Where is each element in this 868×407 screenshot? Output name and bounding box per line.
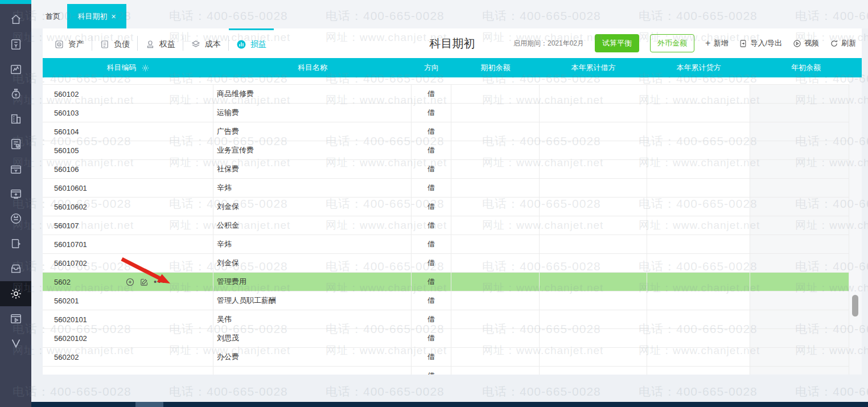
cell-year-begin-balance [750, 85, 849, 104]
cell-ytd-credit [647, 141, 750, 160]
cell-text: 借 [427, 126, 435, 137]
foreign-currency-button[interactable]: 外币金额 [650, 34, 694, 52]
cell-text: 业务宣传费 [217, 145, 254, 155]
row-action-more-icon[interactable]: ••• [154, 280, 166, 283]
sidebar-item-video[interactable] [0, 306, 31, 331]
horizontal-scrollbar-thumb[interactable] [135, 402, 163, 407]
cell-text: 办公费 [217, 352, 239, 362]
column-settings-gear-icon[interactable] [141, 64, 150, 72]
sidebar-item-archive[interactable] [0, 256, 31, 281]
sidebar-item-home[interactable] [0, 7, 31, 32]
table-row[interactable]: 56020102刘思茂借 [43, 329, 849, 348]
cell-text: 560201 [54, 297, 79, 305]
row-actions: ••• [125, 277, 166, 287]
vertical-scrollbar-thumb[interactable] [852, 295, 858, 316]
tab-subject-opening[interactable]: 科目期初 × [67, 4, 126, 28]
cell-year-begin-balance [750, 273, 849, 291]
cell-text: 56010602 [54, 203, 87, 211]
cell-text: 560102 [54, 90, 79, 98]
sidebar-item-invoicing[interactable] [0, 131, 31, 157]
table-row[interactable]: 56010702刘金保借 [43, 254, 849, 273]
cell-text: 管理人员职工薪酬 [217, 295, 276, 306]
subtab-liability[interactable]: 负债 [92, 28, 137, 58]
table-row[interactable]: 560202办公费借 [43, 348, 849, 367]
row-action-add-icon[interactable] [125, 277, 135, 287]
cell-direction: 借 [412, 273, 451, 291]
archive-icon [10, 262, 22, 275]
cell-direction: 借 [412, 198, 451, 216]
table-row[interactable]: 56010601辛炜借 [43, 179, 849, 198]
table-row[interactable]: 借 [43, 367, 849, 375]
table-row-highlighted[interactable]: 5602•••管理费用借 [43, 273, 849, 291]
reports-icon [10, 63, 22, 76]
refresh-icon [830, 39, 838, 48]
vertical-scrollbar[interactable] [849, 77, 862, 375]
cell-year-begin-balance [750, 104, 849, 122]
table-row[interactable]: 56010602刘金保借 [43, 198, 849, 216]
row-action-edit-icon[interactable] [139, 277, 149, 287]
cell-name: 公积金 [213, 216, 412, 235]
cell-text: 辛炜 [217, 239, 232, 249]
cell-opening-balance [451, 254, 540, 273]
import-export-button[interactable]: 导入/导出 [739, 38, 782, 48]
cell-direction: 借 [412, 216, 451, 235]
cell-ytd-credit [647, 85, 750, 104]
content-card: 资产负债权益成本损益 科目期初 启用期间：2021年02月 试算平衡 外币金额 … [43, 28, 862, 375]
add-button[interactable]: + 新增 [705, 38, 728, 48]
cell-opening-balance [451, 198, 540, 216]
app-screen: 电话：400-665-0028网址：www.chanjet.net电话：400-… [0, 0, 868, 407]
sidebar-item-carryover[interactable] [0, 231, 31, 256]
cell-ytd-debit [540, 160, 647, 179]
table-row[interactable]: 56010701辛炜借 [43, 235, 849, 254]
table-row[interactable]: 560105业务宣传费借 [43, 141, 849, 160]
table-row[interactable]: 560103运输费借 [43, 104, 849, 122]
trial-balance-button[interactable]: 试算平衡 [595, 34, 639, 52]
cell-ytd-credit [647, 160, 750, 179]
table-row[interactable]: 56020101吴伟借 [43, 310, 849, 329]
subtab-profit-loss[interactable]: 损益 [229, 28, 274, 58]
refresh-label: 刷新 [841, 38, 856, 48]
subtab-asset[interactable]: 资产 [47, 28, 92, 58]
sidebar-item-funds[interactable] [0, 81, 31, 106]
subtab-equity[interactable]: 权益 [138, 28, 183, 58]
sidebar-item-tax[interactable] [0, 206, 31, 231]
sidebar-item-cashier[interactable] [0, 157, 31, 182]
close-icon[interactable]: × [111, 13, 116, 20]
profit-loss-icon [236, 39, 246, 50]
table-row[interactable]: 560102商品维修费借 [43, 85, 849, 104]
horizontal-scrollbar[interactable] [31, 402, 868, 407]
video-button[interactable]: 视频 [793, 38, 819, 48]
clipped-row-top [43, 77, 849, 85]
cell-direction: 借 [412, 104, 451, 122]
cell-text: 借 [427, 371, 435, 375]
cell-ytd-credit [647, 291, 750, 310]
column-header-label: 方向 [424, 63, 439, 73]
cell-year-begin-balance [750, 310, 849, 329]
sidebar-item-reports[interactable] [0, 57, 31, 82]
cell-year-begin-balance [750, 179, 849, 198]
table-row[interactable]: 560201管理人员职工薪酬借 [43, 291, 849, 310]
import-export-label: 导入/导出 [750, 38, 782, 48]
sidebar-item-fixed-assets[interactable] [0, 182, 31, 207]
liability-icon [100, 39, 110, 50]
cell-ytd-debit [540, 310, 647, 329]
cell-text: 广告费 [217, 126, 239, 137]
sidebar-item-settings[interactable] [0, 281, 31, 306]
page-title: 科目期初 [430, 36, 475, 51]
table-row[interactable]: 560107公积金借 [43, 216, 849, 235]
refresh-button[interactable]: 刷新 [830, 38, 856, 48]
fixed-assets-icon [10, 188, 22, 200]
sidebar-item-v-logo[interactable] [0, 331, 31, 356]
import-export-icon [739, 39, 747, 48]
tab-home[interactable]: 首页 [39, 4, 67, 28]
cell-text: 56010701 [54, 240, 87, 249]
subtab-cost[interactable]: 成本 [183, 28, 228, 58]
cell-text: 吴伟 [217, 314, 232, 324]
cell-text: 刘金保 [217, 202, 239, 212]
table-row[interactable]: 560106社保费借 [43, 160, 849, 179]
table-row[interactable]: 560104广告费借 [43, 122, 849, 141]
sidebar-item-company[interactable] [0, 106, 31, 131]
cell-code: 560202 [43, 348, 213, 367]
sidebar-item-vouchers[interactable] [0, 32, 31, 57]
cell-text: 56010702 [54, 259, 87, 268]
